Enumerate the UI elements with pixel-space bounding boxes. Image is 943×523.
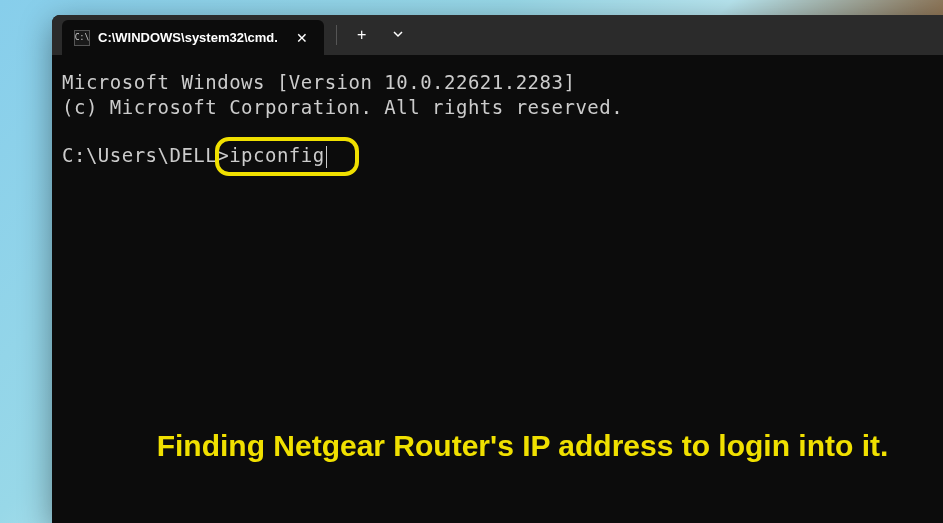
version-line: Microsoft Windows [Version 10.0.22621.22… (62, 70, 933, 95)
cmd-icon: C:\ (74, 30, 90, 46)
terminal-tab[interactable]: C:\ C:\WINDOWS\system32\cmd. ✕ (62, 20, 324, 55)
text-cursor (326, 146, 327, 168)
prompt-text: C:\Users\DELL> (62, 143, 229, 168)
command-text: ipconfig (229, 144, 325, 166)
terminal-window: C:\ C:\WINDOWS\system32\cmd. ✕ + Microso… (52, 15, 943, 523)
new-tab-button[interactable]: + (349, 22, 374, 48)
command-highlight: ipconfig (229, 143, 327, 168)
chevron-down-icon (392, 28, 404, 40)
tab-separator (336, 25, 337, 45)
title-bar: C:\ C:\WINDOWS\system32\cmd. ✕ + (52, 15, 943, 55)
tab-dropdown-button[interactable] (382, 24, 414, 47)
annotation-text: Finding Netgear Router's IP address to l… (122, 429, 923, 463)
terminal-content[interactable]: Microsoft Windows [Version 10.0.22621.22… (52, 55, 943, 183)
copyright-line: (c) Microsoft Corporation. All rights re… (62, 95, 933, 120)
tab-title: C:\WINDOWS\system32\cmd. (98, 30, 278, 45)
prompt-line: C:\Users\DELL>ipconfig (62, 143, 933, 168)
close-tab-button[interactable]: ✕ (292, 28, 312, 48)
